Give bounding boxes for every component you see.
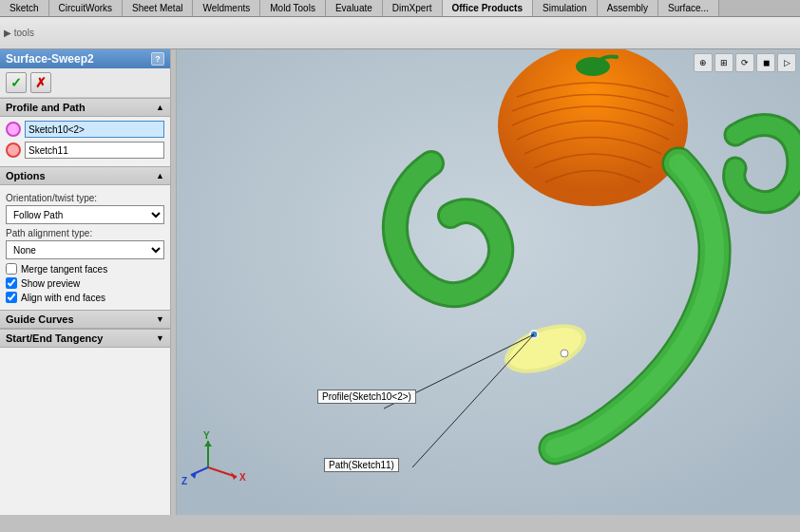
profile-and-path-label: Profile and Path: [6, 102, 86, 113]
tab-moldtools[interactable]: Mold Tools: [260, 0, 326, 16]
guide-curves-header[interactable]: Guide Curves ▼: [0, 310, 170, 329]
show-preview-label: Show preview: [21, 278, 80, 289]
panel-title-icons: ?: [151, 52, 164, 66]
align-with-end-faces-label: Align with end faces: [21, 293, 105, 303]
tab-evaluate[interactable]: Evaluate: [326, 0, 383, 16]
path-input[interactable]: [25, 142, 164, 159]
show-preview-checkbox[interactable]: [6, 277, 17, 289]
panel-help-icon[interactable]: ?: [151, 52, 164, 66]
profile-and-path-collapse-icon: ▲: [156, 103, 164, 112]
cancel-button[interactable]: ✗: [30, 72, 51, 93]
tab-sketch[interactable]: Sketch: [0, 0, 49, 16]
tab-assembly[interactable]: Assembly: [598, 0, 658, 16]
start-end-tangency-label: Start/End Tangency: [6, 332, 103, 344]
view-control-btn-1[interactable]: ⊕: [694, 53, 713, 72]
path-alignment-label: Path alignment type:: [6, 228, 164, 238]
show-preview-row: Show preview: [6, 277, 164, 289]
merge-tangent-label: Merge tangent faces: [21, 264, 107, 275]
toolbar-area: ▶ tools: [4, 28, 34, 38]
view-control-btn-2[interactable]: ⊞: [714, 53, 733, 72]
start-end-tangency-collapse-icon: ▼: [156, 333, 164, 343]
guide-curves-label: Guide Curves: [6, 314, 74, 325]
svg-point-6: [561, 350, 568, 357]
annotation-profile: Profile(Sketch10<2>): [317, 390, 416, 404]
options-header[interactable]: Options ▲: [0, 166, 170, 185]
guide-curves-collapse-icon: ▼: [156, 314, 164, 324]
ok-icon: ✓: [10, 75, 22, 90]
viewport: ⊞ 3Assem3: [177, 49, 800, 515]
main-layout: Surface-Sweep2 ? ✓ ✗ Profile and Path ▲: [0, 49, 800, 515]
view-control-btn-4[interactable]: ▷: [777, 53, 796, 72]
top-toolbar: ▶ tools: [0, 17, 800, 49]
align-with-end-faces-row: Align with end faces: [6, 292, 164, 303]
path-alignment-select[interactable]: None Minimum Twist Direction Vector: [6, 240, 164, 259]
profile-icon: [6, 122, 21, 137]
align-with-end-faces-checkbox[interactable]: [6, 292, 17, 303]
orientation-label: Orientation/twist type:: [6, 193, 164, 203]
tab-sheetmetal[interactable]: Sheet Metal: [123, 0, 193, 16]
tab-officeproducts[interactable]: Office Products: [443, 0, 533, 16]
svg-text:Z: Z: [181, 476, 187, 486]
merge-tangent-row: Merge tangent faces: [6, 263, 164, 275]
tab-bar: Sketch CircuitWorks Sheet Metal Weldment…: [0, 0, 800, 17]
tab-dimxpert[interactable]: DimXpert: [383, 0, 443, 16]
path-row: [6, 142, 164, 159]
svg-text:X: X: [239, 472, 246, 483]
profile-and-path-header[interactable]: Profile and Path ▲: [0, 98, 170, 117]
orientation-select[interactable]: Follow Path Keep Normal Constant Twist A…: [6, 205, 164, 224]
panel-title-bar: Surface-Sweep2 ?: [0, 49, 170, 68]
cancel-icon: ✗: [35, 75, 47, 90]
view-controls: ⊕ ⊞ ⟳ ◼ ▷: [694, 53, 796, 72]
profile-input[interactable]: [25, 121, 164, 138]
tab-simulation[interactable]: Simulation: [533, 0, 598, 16]
ok-button[interactable]: ✓: [6, 72, 27, 93]
scene-svg: X Y Z: [177, 49, 800, 515]
orientation-dropdown-row: Follow Path Keep Normal Constant Twist A…: [6, 205, 164, 224]
svg-text:Y: Y: [203, 430, 210, 441]
panel-title: Surface-Sweep2: [6, 52, 94, 66]
tab-circuitworks[interactable]: CircuitWorks: [49, 0, 123, 16]
start-end-tangency-header[interactable]: Start/End Tangency ▼: [0, 329, 170, 348]
ok-cancel-row: ✓ ✗: [0, 68, 170, 98]
view-control-rotate[interactable]: ⟳: [735, 53, 754, 72]
merge-tangent-checkbox[interactable]: [6, 263, 17, 275]
options-label: Options: [6, 170, 46, 181]
path-alignment-dropdown-row: None Minimum Twist Direction Vector: [6, 240, 164, 259]
options-content: Orientation/twist type: Follow Path Keep…: [0, 185, 170, 310]
tab-surface[interactable]: Surface...: [658, 0, 719, 16]
tab-weldments[interactable]: Weldments: [193, 0, 260, 16]
path-icon: [6, 142, 21, 158]
left-panel: Surface-Sweep2 ? ✓ ✗ Profile and Path ▲: [0, 49, 171, 515]
profile-row: [6, 121, 164, 138]
annotation-path: Path(Sketch11): [324, 458, 399, 472]
profile-and-path-content: [0, 117, 170, 166]
view-control-btn-3[interactable]: ◼: [756, 53, 775, 72]
options-collapse-icon: ▲: [156, 171, 164, 180]
